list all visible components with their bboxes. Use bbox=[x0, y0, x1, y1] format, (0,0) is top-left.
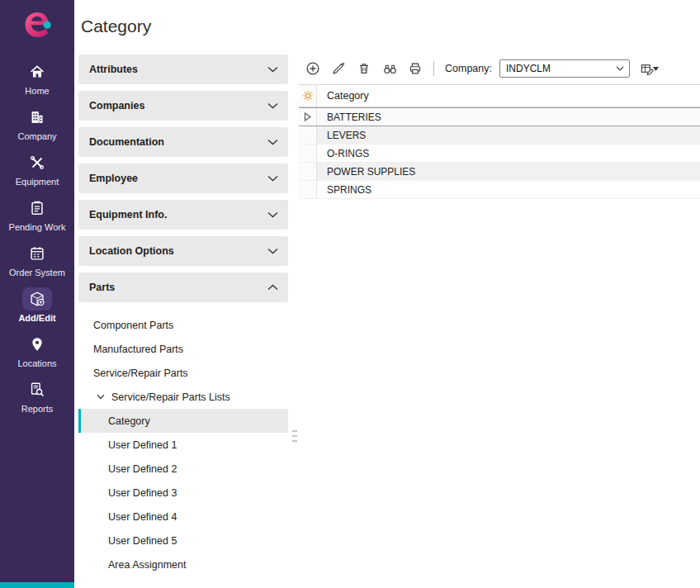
sun-icon bbox=[301, 89, 315, 102]
accordion-equipment-info[interactable]: Equipment Info. bbox=[78, 200, 288, 230]
home-icon bbox=[22, 60, 52, 83]
tree-item-label: Component Parts bbox=[93, 320, 173, 331]
work-area: Company: INDYCLM Categ bbox=[299, 53, 700, 588]
tree-item-service-repair-parts[interactable]: Service/Repair Parts bbox=[78, 361, 288, 385]
row-indicator-cell bbox=[299, 145, 317, 162]
row-indicator-cell bbox=[299, 181, 317, 198]
accordion-label: Location Options bbox=[89, 245, 174, 257]
edit-button[interactable] bbox=[329, 59, 348, 78]
tree-item-component-parts[interactable]: Component Parts bbox=[78, 313, 288, 337]
add-edit-icon bbox=[22, 287, 52, 311]
sidebar-item-order-system[interactable]: Order System bbox=[2, 237, 73, 282]
trash-icon bbox=[357, 61, 371, 76]
chevron-up-icon bbox=[267, 284, 278, 291]
tree-item-label: Service/Repair Parts bbox=[93, 368, 188, 379]
accordion-label: Parts bbox=[89, 282, 115, 293]
tree-item-label: Area Assignment bbox=[108, 559, 187, 571]
customize-grid-button[interactable] bbox=[637, 59, 659, 78]
chevron-down-icon bbox=[267, 175, 278, 182]
sidebar-item-label: Equipment bbox=[16, 177, 59, 187]
sidebar-item-reports[interactable]: Reports bbox=[2, 373, 73, 419]
chevron-down-icon bbox=[267, 211, 278, 218]
tree-item-category[interactable]: Category bbox=[78, 409, 288, 433]
sidebar-item-label: Order System bbox=[9, 268, 65, 277]
company-select[interactable]: INDYCLM bbox=[499, 59, 630, 78]
accordion-location-options[interactable]: Location Options bbox=[78, 236, 288, 266]
content-area: Attributes Companies Documentation Emplo… bbox=[74, 53, 700, 588]
chevron-down-icon bbox=[267, 66, 278, 73]
accordion-parts[interactable]: Parts bbox=[78, 273, 288, 302]
company-icon bbox=[22, 106, 52, 129]
tree-item-label: Manufactured Parts bbox=[93, 344, 183, 355]
chevron-down-icon bbox=[653, 59, 659, 74]
sidebar-item-equipment[interactable]: Equipment bbox=[2, 146, 73, 192]
app-logo bbox=[20, 7, 54, 45]
tree-item-user-defined-1[interactable]: User Defined 1 bbox=[78, 433, 288, 457]
edit-wand-icon bbox=[331, 61, 346, 76]
tree-item-manufactured-parts[interactable]: Manufactured Parts bbox=[78, 337, 288, 361]
table-row[interactable]: BATTERIES bbox=[299, 107, 700, 126]
sidebar-item-add-edit[interactable]: Add/Edit bbox=[2, 282, 73, 328]
order-system-icon bbox=[22, 242, 52, 265]
sidebar-item-label: Pending Work bbox=[9, 222, 66, 232]
cell-category: O-RINGS bbox=[317, 145, 700, 162]
print-button[interactable] bbox=[406, 59, 424, 78]
equipment-icon bbox=[22, 151, 52, 174]
table-row[interactable]: POWER SUPPLIES bbox=[299, 163, 700, 181]
chevron-down-icon bbox=[616, 66, 624, 71]
row-indicator-header bbox=[299, 85, 317, 107]
chevron-down-icon bbox=[267, 102, 278, 109]
sidebar-item-company[interactable]: Company bbox=[2, 101, 73, 146]
accordion-companies[interactable]: Companies bbox=[78, 91, 288, 121]
sidebar-item-label: Reports bbox=[21, 404, 54, 414]
chevron-down-icon bbox=[97, 394, 105, 400]
accordion-documentation[interactable]: Documentation bbox=[78, 127, 288, 157]
binoculars-icon bbox=[382, 61, 398, 76]
tree-item-user-defined-5[interactable]: User Defined 5 bbox=[78, 529, 288, 552]
table-row[interactable]: O-RINGS bbox=[299, 145, 700, 163]
tree-item-area-assignment[interactable]: Area Assignment bbox=[78, 552, 288, 576]
tree-item-user-defined-2[interactable]: User Defined 2 bbox=[78, 457, 288, 481]
cell-category: LEVERS bbox=[317, 126, 700, 144]
printer-icon bbox=[408, 61, 423, 76]
delete-button[interactable] bbox=[355, 59, 373, 78]
parts-tree: Component Parts Manufactured Parts Servi… bbox=[78, 313, 288, 576]
tree-item-label: User Defined 2 bbox=[108, 463, 177, 475]
sidebar-item-label: Company bbox=[17, 131, 56, 141]
add-button[interactable] bbox=[304, 59, 322, 78]
tree-item-user-defined-3[interactable]: User Defined 3 bbox=[78, 481, 288, 505]
accordion-attributes[interactable]: Attributes bbox=[78, 55, 288, 84]
table-row[interactable]: LEVERS bbox=[299, 126, 700, 145]
row-indicator-cell bbox=[299, 126, 317, 144]
panel-splitter[interactable] bbox=[291, 53, 299, 588]
chevron-down-icon bbox=[267, 248, 278, 254]
accordion-label: Employee bbox=[89, 173, 138, 184]
table-row[interactable]: SPRINGS bbox=[299, 181, 700, 199]
reports-icon bbox=[22, 378, 52, 401]
add-icon bbox=[305, 61, 320, 76]
sidebar-item-home[interactable]: Home bbox=[2, 55, 73, 101]
tree-item-label: User Defined 5 bbox=[108, 535, 177, 547]
tree-group-service-repair-parts-lists[interactable]: Service/Repair Parts Lists bbox=[78, 385, 288, 409]
sidebar-item-label: Add/Edit bbox=[18, 313, 55, 323]
cell-category: SPRINGS bbox=[317, 181, 700, 198]
accordion-label: Documentation bbox=[89, 136, 164, 148]
sidebar: Home Company Equipment Pending Work Orde bbox=[0, 0, 74, 588]
accordion-employee[interactable]: Employee bbox=[78, 164, 288, 193]
tree-item-user-defined-4[interactable]: User Defined 4 bbox=[78, 505, 288, 529]
tree-item-label: User Defined 1 bbox=[108, 439, 177, 451]
sidebar-item-locations[interactable]: Locations bbox=[2, 328, 73, 373]
column-header-category[interactable]: Category bbox=[317, 85, 700, 107]
row-indicator-cell bbox=[299, 163, 317, 180]
tree-group-label: Service/Repair Parts Lists bbox=[111, 391, 230, 403]
toolbar-separator bbox=[433, 61, 434, 76]
find-button[interactable] bbox=[381, 59, 399, 78]
splitter-grip-icon bbox=[292, 429, 297, 446]
tree-item-label: Category bbox=[108, 415, 150, 427]
pending-work-icon bbox=[22, 197, 52, 220]
chevron-down-icon bbox=[267, 139, 278, 145]
sidebar-item-pending-work[interactable]: Pending Work bbox=[2, 192, 73, 237]
category-grid: Category BATTERIES LEVERS O-RI bbox=[299, 84, 700, 588]
cell-category: BATTERIES bbox=[317, 108, 700, 126]
sidebar-item-label: Home bbox=[25, 86, 49, 96]
